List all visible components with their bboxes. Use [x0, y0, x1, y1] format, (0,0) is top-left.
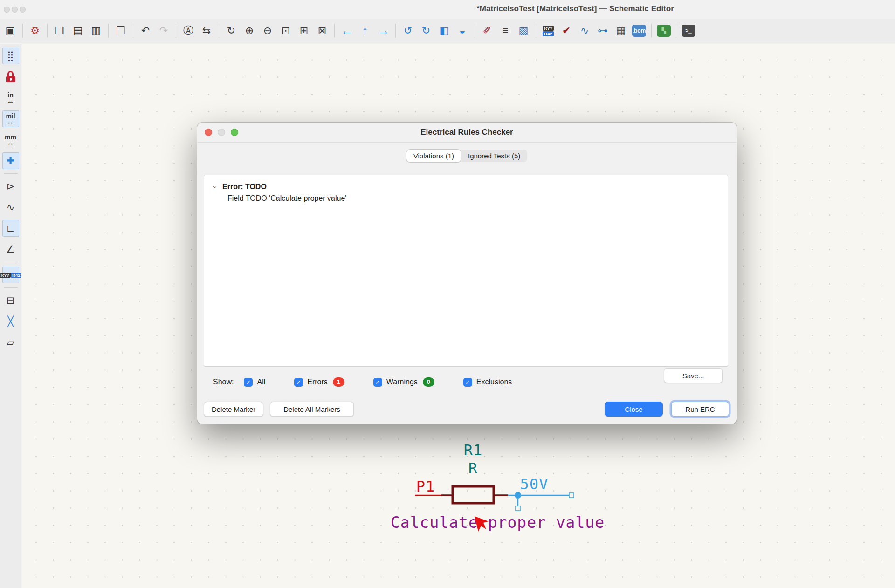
hv-wires-icon[interactable]: ∟: [2, 220, 19, 237]
nav-back-icon[interactable]: ←: [338, 22, 355, 39]
window-title: *MatriceIsoTest [MatriceIsoTest] — Schem…: [476, 4, 674, 14]
angle-wires-icon[interactable]: ∠: [2, 241, 19, 258]
symbol-fields-table-icon[interactable]: ▦: [613, 22, 629, 39]
toolbar-separator: [133, 24, 133, 38]
units-mils-icon[interactable]: mil: [2, 110, 19, 127]
rotate-ccw-icon[interactable]: ↺: [399, 22, 416, 39]
dialog-minimize-icon[interactable]: [218, 129, 225, 136]
toolbar-separator: [4, 173, 18, 174]
toolbar-separator: [22, 24, 23, 38]
erc-icon[interactable]: ✔: [558, 22, 575, 39]
nav-up-icon[interactable]: ↑: [357, 22, 373, 39]
erc-dialog-titlebar: Electrical Rules Checker: [197, 123, 737, 143]
print-icon[interactable]: ▤: [69, 22, 86, 39]
checkbox-all[interactable]: [244, 378, 253, 387]
zoom-in-icon[interactable]: ⊕: [241, 22, 258, 39]
resistor-body[interactable]: [453, 486, 494, 503]
zoom-selection-icon[interactable]: ⊠: [314, 22, 330, 39]
checkbox-errors[interactable]: [294, 378, 303, 387]
window-close-icon[interactable]: [4, 7, 10, 13]
toolbar-separator: [108, 24, 109, 38]
expand-chevron-icon[interactable]: ›: [212, 184, 220, 190]
toolbar-separator: [334, 24, 335, 38]
undo-icon[interactable]: ↶: [137, 22, 154, 39]
toolbar-separator: [219, 24, 219, 38]
redo-icon[interactable]: ↷: [155, 22, 172, 39]
assign-footprints-icon[interactable]: ⊶: [594, 22, 611, 39]
save-button[interactable]: Save...: [664, 368, 723, 383]
zoom-out-icon[interactable]: ⊖: [259, 22, 276, 39]
refresh-icon[interactable]: ↻: [223, 22, 240, 39]
filter-warnings: Warnings0: [373, 377, 434, 387]
toolbar-separator: [651, 24, 652, 38]
mirror-v-icon[interactable]: ◒: [454, 22, 471, 39]
close-button[interactable]: Close: [605, 402, 663, 417]
delete-all-markers-button[interactable]: Delete All Markers: [270, 402, 354, 417]
wire-end-square-bottom[interactable]: [516, 506, 520, 511]
window-minimize-icon[interactable]: [12, 7, 18, 13]
toolbar-separator: [176, 24, 176, 38]
footprint-editor-icon[interactable]: ▧: [515, 22, 532, 39]
crosshair-cursor-icon[interactable]: ✚: [2, 152, 19, 169]
dialog-zoom-icon[interactable]: [231, 129, 238, 136]
grid-lock-icon[interactable]: [2, 68, 19, 85]
wire-end-square-right[interactable]: [569, 493, 574, 498]
filter-label: Errors: [307, 378, 328, 386]
todo-field-text[interactable]: Calculate proper value: [391, 513, 605, 532]
mirror-h-icon[interactable]: ◧: [436, 22, 453, 39]
violation-group-row[interactable]: › Error: TODO: [213, 183, 719, 191]
save-icon[interactable]: ▣: [2, 22, 19, 39]
find-icon[interactable]: Ⓐ: [180, 22, 197, 39]
zoom-objects-icon[interactable]: ⊞: [296, 22, 312, 39]
export-bom-icon[interactable]: .bom: [632, 25, 646, 37]
violation-group-label: Error: TODO: [222, 183, 267, 191]
filter-label: Exclusions: [476, 378, 512, 386]
pcb-editor-icon[interactable]: ▚: [657, 25, 671, 37]
dialog-close-icon[interactable]: [205, 129, 212, 136]
page-settings-icon[interactable]: ❏: [51, 22, 68, 39]
tab-violations[interactable]: Violations (1): [406, 150, 461, 162]
toolbar-separator: [4, 262, 18, 262]
left-toolbar: ⣿inmilmm✚⊳∿∟∠R??R42⊟╳▱: [0, 44, 21, 588]
checkbox-warnings[interactable]: [373, 378, 382, 387]
pin-label[interactable]: P1: [416, 478, 435, 495]
violation-item-row[interactable]: Field TODO 'Calculate proper value': [227, 194, 719, 203]
hidden-pins-icon[interactable]: ⊳: [2, 178, 19, 195]
run-erc-button[interactable]: Run ERC: [671, 402, 729, 417]
annotate-icon[interactable]: R??R42: [540, 22, 557, 39]
annotate-auto-icon[interactable]: R??R42: [2, 267, 19, 283]
window-zoom-icon[interactable]: [20, 7, 26, 13]
line-graph-icon[interactable]: ∿: [2, 199, 19, 216]
nav-forward-icon[interactable]: →: [375, 22, 392, 39]
checkbox-exclusions[interactable]: [463, 378, 472, 387]
tools-icon[interactable]: ╳: [2, 313, 19, 330]
delete-marker-button[interactable]: Delete Marker: [204, 402, 263, 417]
filter-label: Warnings: [386, 378, 418, 386]
toolbar-separator: [676, 24, 676, 38]
units-inches-icon[interactable]: in: [2, 89, 19, 106]
rotate-cw-icon[interactable]: ↻: [418, 22, 434, 39]
grid-icon[interactable]: ⣿: [2, 48, 19, 64]
simulator-icon[interactable]: ∿: [576, 22, 593, 39]
filter-all: All: [244, 377, 265, 387]
net-label[interactable]: 50V: [520, 475, 549, 493]
resistor-value[interactable]: R: [468, 459, 478, 477]
units-mm-icon[interactable]: mm: [2, 131, 19, 148]
console-icon[interactable]: >_: [682, 25, 695, 37]
symbol-editor-icon[interactable]: ✐: [479, 22, 496, 39]
library-browser-icon[interactable]: ≡: [497, 22, 514, 39]
schematic-setup-icon[interactable]: ⚙: [27, 22, 43, 39]
plot-icon[interactable]: ▥: [88, 22, 104, 39]
zoom-fit-icon[interactable]: ⊡: [277, 22, 294, 39]
toolbar-separator: [47, 24, 48, 38]
filter-label: All: [257, 378, 265, 386]
paste-icon[interactable]: ❒: [112, 22, 129, 39]
erc-dialog: Electrical Rules Checker Violations (1) …: [197, 123, 737, 424]
resistor-reference[interactable]: R1: [464, 441, 483, 459]
no-fill-icon[interactable]: ▱: [2, 334, 19, 351]
tab-ignored-tests[interactable]: Ignored Tests (5): [461, 150, 527, 162]
find-replace-icon[interactable]: ⇆: [198, 22, 215, 39]
erc-dialog-title: Electrical Rules Checker: [197, 123, 737, 142]
hierarchy-icon[interactable]: ⊟: [2, 292, 19, 309]
toolbar-separator: [395, 24, 396, 38]
